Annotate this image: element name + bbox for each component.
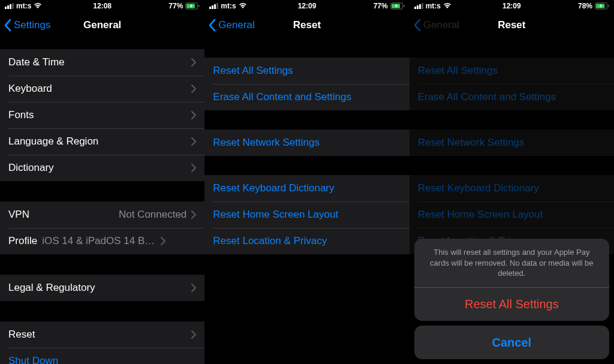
nav-bar: Settings General: [0, 12, 204, 38]
battery-icon: [595, 2, 609, 10]
row-reset-all-settings[interactable]: Reset All Settings: [204, 58, 409, 84]
general-group-3: Legal & Regulatory: [0, 275, 204, 301]
chevron-right-icon: [191, 137, 196, 146]
back-label: General: [423, 19, 459, 31]
status-bar: mt:s 12:09 77%: [204, 0, 409, 12]
row-reset-keyboard-dict[interactable]: Reset Keyboard Dictionary: [204, 175, 409, 201]
chevron-right-icon: [191, 284, 196, 292]
cancel-button[interactable]: Cancel: [414, 326, 609, 359]
nav-bar: General Reset: [204, 12, 409, 38]
carrier-label: mt:s: [221, 2, 236, 10]
battery-icon: [390, 2, 405, 10]
back-label: General: [218, 19, 254, 31]
status-time: 12:08: [93, 2, 112, 10]
row-erase-all[interactable]: Erase All Content and Settings: [204, 84, 409, 110]
wifi-icon: [443, 2, 452, 10]
row-reset-network: Reset Network Settings: [410, 130, 614, 156]
carrier-label: mt:s: [16, 2, 31, 10]
chevron-right-icon: [191, 210, 196, 219]
chevron-left-icon: [413, 19, 421, 32]
row-legal-regulatory[interactable]: Legal & Regulatory: [0, 275, 204, 301]
vpn-status: Not Connected: [119, 209, 186, 221]
signal-icon: [414, 3, 423, 9]
row-fonts[interactable]: Fonts: [0, 102, 204, 128]
row-vpn[interactable]: VPNNot Connected: [0, 201, 204, 228]
status-time: 12:09: [502, 2, 521, 10]
svg-rect-8: [608, 5, 609, 7]
row-language-region[interactable]: Language & Region: [0, 128, 204, 155]
svg-rect-5: [404, 5, 404, 7]
back-button[interactable]: General: [204, 19, 254, 32]
row-keyboard[interactable]: Keyboard: [0, 76, 204, 102]
chevron-right-icon: [191, 330, 196, 339]
reset-group-3: Reset Keyboard Dictionary Reset Home Scr…: [204, 175, 409, 254]
reset-content: Reset All Settings Erase All Content and…: [204, 38, 409, 364]
row-dictionary[interactable]: Dictionary: [0, 155, 204, 181]
battery-percent: 77%: [374, 2, 388, 10]
chevron-right-icon: [161, 237, 165, 245]
chevron-left-icon: [208, 19, 216, 32]
signal-icon: [209, 3, 218, 9]
wifi-icon: [239, 2, 247, 10]
action-sheet-main: This will reset all settings and your Ap…: [414, 239, 609, 321]
row-reset-home-screen[interactable]: Reset Home Screen Layout: [204, 201, 409, 228]
back-button: General: [410, 19, 459, 32]
battery-percent: 78%: [578, 2, 592, 10]
confirm-reset-button[interactable]: Reset All Settings: [414, 287, 609, 321]
back-button[interactable]: Settings: [0, 19, 50, 32]
back-label: Settings: [14, 19, 50, 31]
row-reset-location-privacy[interactable]: Reset Location & Privacy: [204, 228, 409, 254]
action-sheet-message: This will reset all settings and your Ap…: [414, 239, 609, 287]
carrier-label: mt:s: [426, 2, 441, 10]
row-profile[interactable]: ProfileiOS 14 & iPadOS 14 Beta Softwar..…: [0, 228, 204, 254]
row-reset-all-settings: Reset All Settings: [410, 58, 614, 84]
svg-rect-2: [198, 5, 199, 7]
row-reset-network[interactable]: Reset Network Settings: [204, 130, 409, 156]
phone-reset: mt:s 12:09 77% General Reset Reset All S…: [204, 0, 409, 364]
status-time: 12:09: [298, 2, 317, 10]
phone-reset-confirm: mt:s 12:09 78% General Reset Reset All S…: [410, 0, 614, 364]
status-bar: mt:s 12:08 77%: [0, 0, 204, 12]
phone-general: mt:s 12:08 77% Settings General Date & T…: [0, 0, 204, 364]
chevron-right-icon: [191, 58, 196, 67]
row-reset-keyboard-dict: Reset Keyboard Dictionary: [410, 175, 614, 201]
status-bar: mt:s 12:09 78%: [410, 0, 614, 12]
row-reset[interactable]: Reset: [0, 321, 204, 348]
battery-percent: 77%: [168, 2, 183, 10]
chevron-right-icon: [191, 111, 196, 119]
row-erase-all: Erase All Content and Settings: [410, 84, 614, 110]
chevron-right-icon: [191, 85, 196, 93]
action-sheet: This will reset all settings and your Ap…: [414, 239, 609, 359]
row-shut-down[interactable]: Shut Down: [0, 348, 204, 364]
general-content: Date & Time Keyboard Fonts Language & Re…: [0, 38, 204, 364]
reset-group-1: Reset All Settings Erase All Content and…: [204, 58, 409, 110]
general-group-2: VPNNot Connected ProfileiOS 14 & iPadOS …: [0, 201, 204, 254]
profile-value: iOS 14 & iPadOS 14 Beta Softwar...: [42, 235, 156, 247]
nav-title: Reset: [293, 19, 321, 31]
row-date-time[interactable]: Date & Time: [0, 49, 204, 76]
wifi-icon: [34, 2, 42, 10]
nav-bar: General Reset: [410, 12, 614, 38]
general-group-1: Date & Time Keyboard Fonts Language & Re…: [0, 49, 204, 181]
nav-title: Reset: [498, 19, 525, 31]
reset-group-2: Reset Network Settings: [204, 130, 409, 156]
chevron-right-icon: [191, 164, 196, 172]
signal-icon: [5, 3, 14, 9]
general-group-4: Reset Shut Down: [0, 321, 204, 364]
nav-title: General: [83, 19, 121, 31]
chevron-left-icon: [4, 19, 11, 32]
battery-icon: [185, 2, 200, 10]
row-reset-home-screen: Reset Home Screen Layout: [410, 201, 614, 228]
